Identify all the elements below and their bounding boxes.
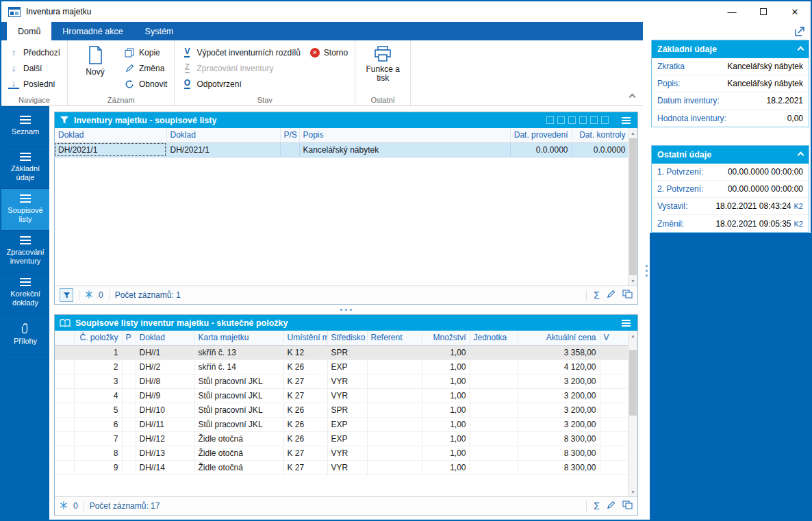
panel-menu-icon[interactable]: [619, 320, 633, 327]
column-header[interactable]: Středisko: [327, 331, 367, 345]
collapse-chevron-icon[interactable]: [798, 150, 803, 160]
table-cell[interactable]: 3 200,00: [518, 374, 600, 388]
table-cell[interactable]: DH/2021/1: [166, 142, 280, 157]
table-cell[interactable]: [470, 345, 518, 359]
table-cell[interactable]: [367, 431, 422, 446]
table-cell[interactable]: EXP: [327, 417, 367, 431]
scrollbar-thumb[interactable]: [629, 350, 637, 416]
table-cell[interactable]: DH//10: [136, 403, 194, 417]
table-row[interactable]: 7DH//12Židle otočnáK 26EXP1,008 300,00: [55, 431, 628, 446]
column-header[interactable]: Umístění maj: [283, 331, 327, 345]
table-cell[interactable]: [600, 431, 628, 446]
column-header[interactable]: Dat. provedení: [510, 128, 572, 142]
table-cell[interactable]: 3 200,00: [518, 417, 600, 431]
frozen-rows-icon[interactable]: [85, 290, 93, 301]
table-cell[interactable]: [600, 417, 628, 431]
table-cell[interactable]: [470, 388, 518, 403]
calc-inventory-differences-button[interactable]: V Výpočet inventurních rozdílů: [181, 46, 300, 59]
table-cell[interactable]: 1,00: [422, 359, 470, 374]
horizontal-splitter[interactable]: [54, 305, 638, 314]
table-cell[interactable]: [367, 417, 422, 431]
table-cell[interactable]: [470, 446, 518, 460]
table-row[interactable]: 3DH//8Stůl pracovní JKLK 27VYR1,003 200,…: [55, 374, 628, 388]
table-cell[interactable]: skříň č. 13: [194, 345, 283, 359]
table-cell[interactable]: 1,00: [422, 460, 470, 474]
table-cell[interactable]: [367, 460, 422, 474]
sum-icon[interactable]: Σ: [594, 501, 600, 511]
change-button[interactable]: Změna: [124, 62, 167, 75]
edit-icon[interactable]: [607, 500, 616, 511]
previous-button[interactable]: ↑ Předchozí: [8, 46, 60, 59]
table-cell[interactable]: 1,00: [422, 388, 470, 403]
table-cell[interactable]: 9: [74, 460, 122, 474]
table-cell[interactable]: Stůl pracovní JKL: [194, 417, 283, 431]
table-cell[interactable]: [470, 431, 518, 446]
table-cell[interactable]: 2: [74, 359, 122, 374]
table-cell[interactable]: [122, 374, 136, 388]
table-cell[interactable]: EXP: [327, 359, 367, 374]
table-cell[interactable]: VYR: [327, 388, 367, 403]
table-cell[interactable]: [55, 460, 74, 474]
table-cell[interactable]: [367, 388, 422, 403]
table-cell[interactable]: Židle otočná: [194, 460, 283, 474]
table-cell[interactable]: [55, 345, 74, 359]
tab-bulk-actions[interactable]: Hromadné akce: [51, 22, 134, 40]
table-cell[interactable]: skříň č. 14: [194, 359, 283, 374]
table-cell[interactable]: [122, 403, 136, 417]
table-row[interactable]: 9DH//14Židle otočnáK 27VYR1,008 300,00: [55, 460, 628, 474]
table-cell[interactable]: VYR: [327, 374, 367, 388]
other-data-panel-header[interactable]: Ostatní údaje: [652, 146, 809, 164]
table-cell[interactable]: [600, 374, 628, 388]
table-cell[interactable]: SPR: [327, 345, 367, 359]
frozen-rows-icon[interactable]: [60, 501, 68, 511]
table-cell[interactable]: [600, 403, 628, 417]
scroll-down-icon[interactable]: ▼: [629, 276, 637, 285]
column-header[interactable]: Aktuální cena: [518, 331, 600, 345]
table-cell[interactable]: EXP: [327, 431, 367, 446]
close-button[interactable]: ✕: [779, 1, 811, 22]
copy-button[interactable]: Kopie: [124, 46, 167, 59]
scrollbar-track[interactable]: [629, 138, 637, 276]
table-cell[interactable]: [470, 403, 518, 417]
table-cell[interactable]: [600, 460, 628, 474]
table-cell[interactable]: 4 120,00: [518, 359, 600, 374]
table-cell[interactable]: 1,00: [422, 431, 470, 446]
table-row[interactable]: 1DH//1skříň č. 13K 12SPR1,003 358,00: [55, 345, 628, 359]
refresh-button[interactable]: Obnovit: [124, 77, 167, 90]
popout-icon[interactable]: [795, 26, 805, 36]
vertical-scrollbar[interactable]: ▲ ▼: [628, 331, 637, 496]
table-cell[interactable]: DH//14: [136, 460, 194, 474]
table-cell[interactable]: [470, 374, 518, 388]
table-cell[interactable]: [122, 431, 136, 446]
table-cell[interactable]: 1,00: [422, 417, 470, 431]
scrollbar-thumb[interactable]: [629, 138, 637, 275]
table-cell[interactable]: [470, 460, 518, 474]
table-cell[interactable]: [367, 345, 422, 359]
table-cell[interactable]: 6: [74, 417, 122, 431]
table-cell[interactable]: [55, 359, 74, 374]
table-cell[interactable]: [600, 359, 628, 374]
table-cell[interactable]: K 26: [283, 417, 327, 431]
table-cell[interactable]: Židle otočná: [194, 446, 283, 460]
table-cell[interactable]: 8 300,00: [518, 431, 600, 446]
table-cell[interactable]: 1,00: [422, 446, 470, 460]
sum-icon[interactable]: Σ: [594, 290, 600, 300]
table-cell[interactable]: K 26: [283, 431, 327, 446]
tab-home[interactable]: Domů: [7, 22, 51, 40]
column-header[interactable]: P: [122, 331, 136, 345]
table-cell[interactable]: Kancelářský nábytek: [299, 142, 510, 157]
table-cell[interactable]: [122, 460, 136, 474]
table-row[interactable]: 6DH//11Stůl pracovní JKLK 26EXP1,003 200…: [55, 417, 628, 431]
table-cell[interactable]: K 12: [283, 345, 327, 359]
table-row[interactable]: 8DH//13Židle otočnáK 27VYR1,008 300,00: [55, 446, 628, 460]
table-cell[interactable]: K 26: [283, 403, 327, 417]
table-cell[interactable]: 1,00: [422, 374, 470, 388]
scrollbar-track[interactable]: [629, 340, 637, 487]
table-cell[interactable]: DH//8: [136, 374, 194, 388]
sidebar-item-zakladni-udaje[interactable]: Základní údaje: [1, 147, 49, 189]
table-row[interactable]: 2DH//2skříň č. 14K 26EXP1,004 120,00: [55, 359, 628, 374]
column-header[interactable]: Doklad: [136, 331, 194, 345]
table-cell[interactable]: 0.0.0000: [572, 142, 628, 157]
sidebar-item-soupisove-listy[interactable]: Soupisové listy: [1, 189, 49, 231]
table-cell[interactable]: 5: [74, 403, 122, 417]
